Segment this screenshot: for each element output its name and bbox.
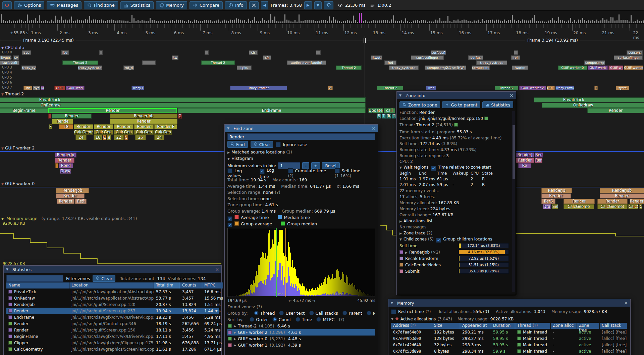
child-zone-row[interactable]: RecalcTransform72.92 us (1.62%) <box>399 255 513 262</box>
sort-by-option-mtpc[interactable]: MTPC <box>316 317 334 322</box>
zone[interactable]: Render <box>597 199 628 204</box>
table-row[interactable]: Renderjni/../jni/src/guif/Screen.cpp:150… <box>6 327 219 333</box>
button-go-to-parent[interactable]: Go to parent <box>442 101 480 108</box>
column-header-thread[interactable]: Thread (?) <box>515 323 551 329</box>
zone[interactable]: Render <box>94 124 113 129</box>
collapse-icon[interactable]: ▼ <box>227 127 229 130</box>
scrollbar-thumb[interactable] <box>513 125 515 179</box>
zone[interactable]: tracy_systrace <box>389 65 419 70</box>
close-icon[interactable]: × <box>372 126 376 131</box>
toolbar-button-info[interactable]: Info <box>225 1 247 9</box>
radio-button[interactable] <box>309 311 314 315</box>
allocations-list[interactable]: ▶Allocations list <box>399 218 513 224</box>
wait-column-end[interactable]: End <box>419 171 437 176</box>
checkbox-cumulate-time[interactable] <box>288 168 293 173</box>
help-marker[interactable]: (?) <box>531 323 538 328</box>
wait-regions-header[interactable]: ▼Wait regions ✔Time relative to zone sta… <box>399 164 513 171</box>
toolbar-button-compare[interactable]: Compare <box>190 1 223 9</box>
table-row[interactable]: BeginFramejni/../jni/src/claw/gfx/drv/vk… <box>6 333 219 340</box>
zone[interactable]: 26 <box>135 135 146 140</box>
zone[interactable]: CalcGeo <box>134 130 154 135</box>
zone[interactable]: surfaceflinge <box>614 55 643 60</box>
zone[interactable]: Tracy Profiler <box>230 86 287 90</box>
zone[interactable]: sensors <box>627 50 643 55</box>
zone[interactable]: 24 <box>154 135 164 140</box>
zone[interactable] <box>142 60 156 65</box>
column-header-mtpc[interactable]: MTPC <box>202 282 223 289</box>
frame-overview[interactable] <box>0 11 644 24</box>
zone[interactable]: call <box>384 108 395 113</box>
zone[interactable]: RenderJ <box>516 152 534 158</box>
zone[interactable]: Rend <box>535 152 543 158</box>
radio-button[interactable] <box>316 317 321 322</box>
group-by-option-thread[interactable]: Thread <box>254 311 275 316</box>
expand-icon[interactable]: ▶ <box>405 251 408 254</box>
allocation-row[interactable]: 0x7dfc42d64032 bytes298.3 ms59.95 sMain … <box>391 342 628 348</box>
toolbar-button-tools[interactable] <box>249 1 259 9</box>
location-value[interactable]: jni/../jni/src/guif/Screen.cpp:150 <box>419 116 483 121</box>
radio-button[interactable] <box>279 311 284 315</box>
zone[interactable]: RenderJo <box>55 152 76 158</box>
zone[interactable]: C <box>124 135 128 140</box>
zone[interactable]: Render <box>134 124 154 129</box>
zone[interactable]: Render <box>55 158 74 163</box>
table-row[interactable]: OnRedrawjni/../jni/src/claw/application/… <box>6 295 219 301</box>
zone[interactable]: syste <box>616 86 629 90</box>
restrict-time-checkbox[interactable] <box>391 309 396 314</box>
wait-column-begin[interactable]: Begin <box>399 171 419 176</box>
bin-decrease-button[interactable]: - <box>302 162 309 169</box>
zone[interactable]: BeginFrame <box>0 108 48 113</box>
close-icon[interactable]: × <box>509 93 514 98</box>
zone[interactable]: Dra <box>543 204 551 209</box>
zone[interactable]: PrivateTick <box>534 97 644 102</box>
zone[interactable]: Re <box>518 163 531 168</box>
zone[interactable]: Tr <box>386 114 391 119</box>
zone[interactable]: Rencer <box>564 199 595 204</box>
zone[interactable]: M <box>41 86 44 90</box>
allocation-row[interactable]: 0x7e049b3d00128 bytes298.27 ms59.95 sMai… <box>391 335 628 342</box>
zone[interactable]: Rende <box>52 119 73 124</box>
column-header-total-tim[interactable]: Total tim <box>154 282 180 289</box>
thread2-header[interactable]: ▼Thread-2 <box>1 91 24 97</box>
zone[interactable]: Thread-2 <box>62 60 98 65</box>
zone[interactable]: GUIF worker 1 <box>624 65 643 70</box>
zone[interactable]: Render <box>516 158 534 163</box>
child-zone-row[interactable]: ▶RenderJob (×2)4.16 ms (92.60%) <box>399 249 513 255</box>
radio-button[interactable] <box>250 317 254 322</box>
collapse-icon[interactable]: ▼ <box>6 268 8 271</box>
wait-column-wakeup[interactable]: Wakeup <box>452 171 471 176</box>
zone[interactable]: composer@ <box>472 65 490 70</box>
matched-source-locations[interactable]: ▶Matched source locations (1) <box>227 149 375 155</box>
zone[interactable]: C <box>103 135 106 140</box>
child-zone-row[interactable]: Submit35.63 us (0.79%) <box>399 268 513 274</box>
zone[interactable]: cfr <box>249 50 258 55</box>
zone[interactable]: RenderJob <box>600 188 644 193</box>
zone[interactable]: GUIF worker 0 <box>558 65 587 70</box>
zone[interactable]: CalcGeome <box>74 130 93 135</box>
toolbar-button-statistics[interactable]: Statistics <box>120 1 154 9</box>
call-stack-cell[interactable]: [alloc] [free] <box>600 343 627 347</box>
zone[interactable] <box>316 50 321 55</box>
zone[interactable]: tracy_sy <box>21 65 36 70</box>
help-marker[interactable]: (?) <box>273 190 280 195</box>
found-zone-group[interactable]: ▶GUIF worker 1(3,192)4.39 s <box>227 342 375 348</box>
frame-markers[interactable]: Frame 3,193 (22.45 ms) Frame 3,194 (13.9… <box>0 37 644 44</box>
toolbar-button-memory[interactable]: Memory <box>156 1 187 9</box>
guif-worker2-header[interactable]: ▼GUIF worker 2 <box>1 145 35 151</box>
sort-by-option-count[interactable]: Count <box>272 317 291 322</box>
collapse-icon[interactable]: ▼ <box>391 301 393 305</box>
ignore-case-checkbox[interactable] <box>276 142 281 147</box>
find-zone-input[interactable] <box>227 133 375 140</box>
zone[interactable]: CalcGeo <box>154 130 172 135</box>
zone[interactable]: lgiks <box>237 65 252 70</box>
zone[interactable] <box>48 114 51 119</box>
time-ruler[interactable]: +55.83 s 1 ms2 ms3 ms4 ms5 ms6 ms7 ms8 m… <box>0 24 644 37</box>
table-row[interactable]: Clipperjni/../jni/src/claw/gfx/geo/Clipp… <box>6 340 219 346</box>
help-marker[interactable]: (?) <box>409 323 416 328</box>
zone[interactable]: Thread-2 <box>377 86 403 90</box>
reset-button[interactable]: Reset <box>322 162 340 169</box>
zone[interactable]: A <box>328 86 333 90</box>
zone[interactable]: T <box>382 114 386 119</box>
expand-icon[interactable]: ▶ <box>234 331 236 334</box>
filter-zones-input[interactable] <box>6 275 63 282</box>
